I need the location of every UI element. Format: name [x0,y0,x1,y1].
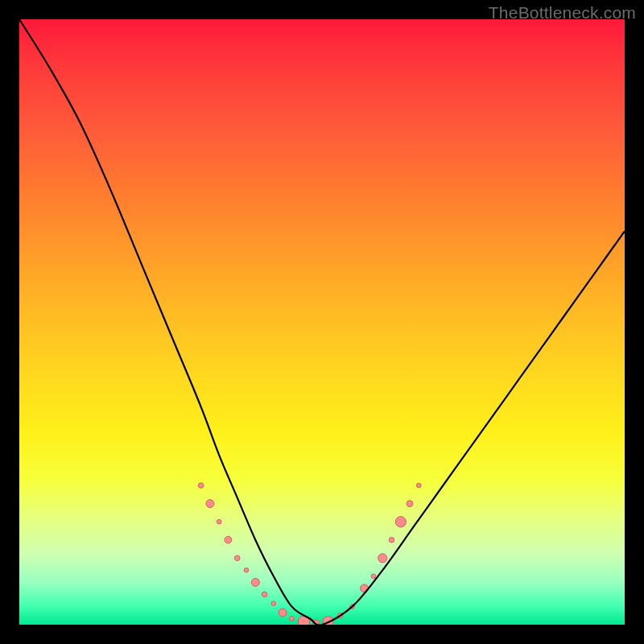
data-marker [417,483,422,488]
markers-group [198,483,421,625]
data-marker [337,613,343,618]
data-marker [298,616,309,625]
data-marker [244,568,249,573]
data-marker [225,536,232,543]
data-marker [217,519,221,524]
data-marker [395,517,406,527]
data-marker [198,483,204,489]
data-marker [323,617,333,625]
curve-layer [19,19,625,625]
data-marker [206,500,214,508]
bottleneck-curve-path [19,19,625,625]
data-marker [378,554,387,563]
chart-stage: TheBottleneck.com [0,0,644,644]
data-marker [290,617,295,621]
data-marker [279,609,287,617]
data-marker [234,555,240,561]
watermark-text: TheBottleneck.com [489,3,636,23]
data-marker [389,537,394,543]
data-marker [313,620,320,625]
data-marker [262,592,267,597]
data-marker [350,605,355,609]
data-marker [361,584,369,592]
data-marker [271,601,276,606]
data-marker [407,501,413,507]
data-marker [371,574,376,579]
data-marker [251,578,259,586]
plot-area [19,19,625,625]
